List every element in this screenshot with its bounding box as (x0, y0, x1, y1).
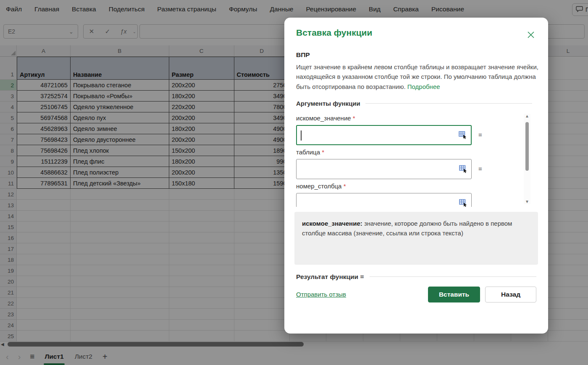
arguments-heading-row: Аргументы функции (296, 100, 536, 107)
argument-input[interactable] (296, 193, 472, 207)
argument-label: таблица * (296, 149, 536, 156)
back-button[interactable]: Назад (485, 287, 536, 302)
scrollbar-thumb[interactable] (525, 122, 529, 171)
arguments-heading: Аргументы функции (296, 100, 360, 107)
text-caret (301, 130, 302, 141)
more-link[interactable]: Подробнее (407, 83, 440, 90)
insert-function-dialog: Вставка функции ВПР Ищет значение в край… (284, 18, 548, 334)
divider (365, 103, 532, 104)
result-label: Результат функции = (296, 273, 364, 281)
function-description: Ищет значение в крайнем левом столбце та… (296, 62, 539, 91)
vertical-scrollbar[interactable]: ▲ ▼ (524, 114, 530, 204)
equals-sign: = (478, 165, 482, 172)
insert-button[interactable]: Вставить (428, 287, 480, 302)
scroll-up-icon[interactable]: ▲ (525, 114, 529, 119)
equals-sign: = (478, 131, 482, 138)
divider (370, 276, 536, 277)
scroll-down-icon[interactable]: ▼ (525, 199, 529, 204)
required-marker: * (353, 115, 355, 122)
required-marker: * (322, 149, 324, 156)
required-marker: * (344, 182, 346, 190)
dialog-footer: Отправить отзыв Вставить Назад (296, 287, 536, 302)
feedback-link[interactable]: Отправить отзыв (296, 291, 346, 298)
excel-app: ФайлГлавнаяВставкаПоделитьсяРазметка стр… (0, 0, 588, 365)
dialog-title: Вставка функции (296, 28, 536, 38)
argument-input[interactable] (296, 159, 472, 179)
range-picker-icon[interactable] (459, 131, 467, 139)
argument-label: номер_столбца * (296, 182, 536, 190)
help-term: искомое_значение: (302, 220, 362, 227)
arguments-list: искомое_значение * = таблица * = номер_с… (296, 111, 536, 207)
argument-input[interactable] (296, 125, 472, 145)
range-picker-icon[interactable] (459, 199, 467, 207)
function-name: ВПР (296, 51, 536, 59)
argument-help-box: искомое_значение: значение, которое долж… (294, 212, 538, 265)
result-row: Результат функции = (296, 273, 536, 281)
range-picker-icon[interactable] (459, 165, 467, 173)
argument-label: искомое_значение * (296, 115, 536, 122)
close-icon[interactable] (526, 30, 536, 39)
